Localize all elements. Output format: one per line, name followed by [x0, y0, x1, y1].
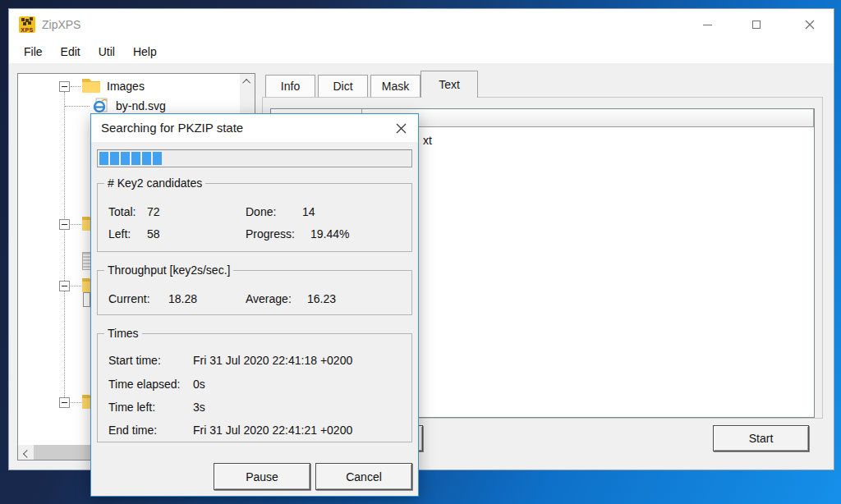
dialog-title: Searching for PKZIP state: [101, 121, 243, 135]
time-elapsed-label: Time elapsed:: [108, 378, 180, 391]
dialog-close-button[interactable]: [390, 118, 411, 138]
tab-mask[interactable]: Mask: [370, 75, 420, 97]
document-icon: [83, 292, 90, 307]
cancel-button[interactable]: Cancel: [315, 463, 412, 490]
progress-label: Progress:: [246, 227, 295, 241]
total-label: Total:: [108, 205, 136, 218]
tree-connector: [71, 224, 81, 225]
progress-value: 19.44%: [310, 227, 349, 241]
menu-bar: File Edit Util Help: [9, 40, 834, 63]
average-value: 16.23: [307, 292, 336, 305]
app-icon: XPS: [19, 16, 35, 33]
scroll-left-button[interactable]: [18, 445, 33, 460]
average-label: Average:: [246, 292, 292, 305]
tab-dict[interactable]: Dict: [318, 75, 368, 97]
end-time-value: Fri 31 Jul 2020 22:41:21 +0200: [193, 424, 352, 437]
tree-expand-icon[interactable]: [59, 281, 70, 291]
time-left-value: 3s: [193, 401, 205, 414]
scroll-up-button[interactable]: [240, 74, 255, 89]
tree-expand-icon[interactable]: [59, 81, 70, 92]
tab-dict-label: Dict: [333, 80, 352, 93]
minimize-icon: [703, 25, 712, 25]
chevron-up-icon: [242, 78, 250, 86]
start-time-label: Start time:: [108, 354, 161, 367]
tree-expand-icon[interactable]: [59, 397, 70, 408]
menu-edit[interactable]: Edit: [52, 42, 90, 62]
key2-candidates-group-title: # Key2 candidates: [104, 176, 205, 190]
app-icon-pixels: [21, 18, 25, 21]
maximize-icon: [752, 21, 761, 29]
pause-button-label: Pause: [246, 470, 278, 483]
progress-segment: [131, 152, 140, 165]
tab-mask-label: Mask: [382, 80, 409, 93]
progress-segment: [142, 152, 151, 165]
tree-connector: [65, 106, 90, 107]
tree-item-by-nd-svg[interactable]: by-nd.svg: [116, 99, 166, 112]
total-value: 72: [147, 205, 160, 218]
tree-expand-icon[interactable]: [59, 219, 70, 230]
window-titlebar[interactable]: XPS ZipXPS: [9, 9, 834, 40]
left-value: 58: [147, 227, 160, 241]
key2-candidates-group: # Key2 candidates Total: 72 Done: 14 Lef…: [97, 183, 412, 252]
start-button-label: Start: [749, 432, 774, 445]
cancel-button-label: Cancel: [346, 470, 382, 483]
pause-button[interactable]: Pause: [214, 463, 310, 490]
minimize-button[interactable]: [689, 9, 725, 40]
tree-guide-line: [64, 92, 65, 397]
listview-partial-text: xt: [423, 134, 432, 147]
start-time-value: Fri 31 Jul 2020 22:41:18 +0200: [193, 354, 352, 367]
tab-info[interactable]: Info: [265, 75, 315, 97]
tab-text-label: Text: [439, 78, 460, 91]
progress-segment: [99, 152, 108, 165]
tree-item-images[interactable]: Images: [107, 80, 145, 93]
done-value: 14: [302, 205, 315, 218]
tree-connector: [71, 86, 80, 87]
close-button[interactable]: [792, 9, 828, 40]
menu-util[interactable]: Util: [90, 42, 124, 62]
throughput-group-title: Throughput [key2s/sec.]: [104, 263, 233, 277]
tree-connector: [71, 286, 81, 286]
svg-file-icon: [92, 98, 108, 113]
listview-column-header[interactable]: [362, 109, 814, 127]
progress-bar-fill-segments: [99, 152, 410, 165]
tab-text[interactable]: Text: [420, 71, 478, 98]
pkzip-search-dialog: Searching for PKZIP state # Key2 candida…: [90, 113, 419, 497]
progress-bar: [97, 149, 412, 167]
menu-file[interactable]: File: [15, 42, 52, 62]
chevron-left-icon: [22, 449, 30, 457]
window-title: ZipXPS: [42, 18, 80, 31]
times-group: Times Start time: Fri 31 Jul 2020 22:41:…: [97, 333, 412, 442]
time-elapsed-value: 0s: [193, 378, 205, 391]
tree-connector: [71, 402, 81, 403]
folder-icon: [81, 77, 101, 94]
current-label: Current:: [108, 292, 150, 305]
menu-help[interactable]: Help: [124, 42, 166, 62]
progress-segment: [153, 152, 162, 165]
progress-segment: [110, 152, 119, 165]
progress-segment: [121, 152, 130, 165]
throughput-group: Throughput [key2s/sec.] Current: 18.28 A…: [97, 270, 412, 315]
maximize-button[interactable]: [738, 9, 774, 40]
done-label: Done:: [246, 205, 276, 218]
time-left-label: Time left:: [108, 401, 155, 414]
current-value: 18.28: [168, 292, 197, 305]
tab-info-label: Info: [281, 80, 300, 93]
close-icon: [396, 123, 407, 134]
times-group-title: Times: [104, 327, 142, 340]
close-icon: [805, 20, 815, 30]
left-label: Left:: [108, 227, 131, 241]
app-icon-text: XPS: [19, 27, 35, 33]
dialog-titlebar[interactable]: Searching for PKZIP state: [91, 114, 418, 142]
end-time-label: End time:: [108, 424, 157, 437]
start-button[interactable]: Start: [713, 425, 809, 451]
